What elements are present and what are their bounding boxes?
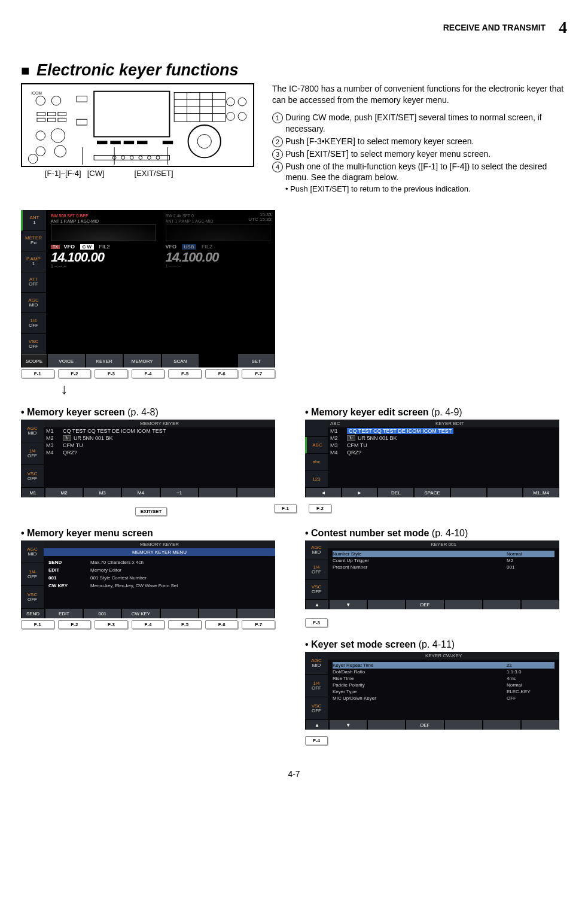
svg-point-23 — [121, 156, 125, 159]
page-header: RECEIVE AND TRANSMIT 4 — [21, 18, 567, 37]
page-title: ■ Electronic keyer functions — [21, 61, 567, 80]
soft-button: −1 — [161, 488, 198, 497]
soft-button: SEND — [22, 609, 44, 618]
svg-point-3 — [197, 135, 211, 148]
caption-menu: • Memory keyer menu screen — [21, 528, 281, 539]
fkey-label: F-7 — [242, 369, 275, 378]
side-button: VSCOFF — [305, 580, 328, 600]
page-number: 4-7 — [21, 769, 567, 779]
steps-list: 1During CW mode, push [EXIT/SET] several… — [272, 112, 567, 184]
soft-button — [483, 600, 520, 609]
svg-rect-28 — [97, 141, 107, 144]
side-button: VSCOFF — [21, 586, 44, 609]
soft-button: ▲ — [306, 720, 328, 730]
s-meter-right — [166, 224, 271, 241]
freq-sub: 14.100.00 — [166, 250, 271, 265]
side-button: 1/4OFF — [305, 675, 328, 697]
soft-button: M4 — [122, 488, 159, 497]
side-button: METERPo — [21, 231, 46, 251]
soft-button — [368, 720, 405, 730]
arrow-down-icon: ↓ — [0, 382, 191, 396]
tab-scope: SCOPE — [22, 354, 47, 368]
svg-point-2 — [188, 125, 221, 157]
soft-button — [488, 488, 523, 497]
section-title: RECEIVE AND TRANSMIT — [443, 23, 546, 32]
fkey-label: F-2 — [58, 620, 92, 629]
svg-point-24 — [130, 156, 133, 159]
side-button: 1/4OFF — [21, 442, 44, 465]
f2-chip: F-2 — [309, 504, 331, 513]
soft-button — [161, 609, 198, 618]
fkey-label: F-3 — [95, 369, 128, 378]
caption-keyerset: • Keyer set mode screen (p. 4-11) — [305, 639, 565, 650]
svg-rect-43 — [77, 119, 87, 125]
fkey-label: F-5 — [168, 369, 202, 378]
side-button: VSCOFF — [305, 697, 328, 720]
svg-rect-42 — [77, 96, 87, 102]
side-button: 1/4OFF — [21, 563, 44, 586]
svg-point-13 — [238, 113, 246, 121]
fkey-label: F-6 — [205, 620, 239, 629]
svg-point-5 — [51, 96, 61, 105]
side-button: 1/4OFF — [21, 313, 46, 333]
menu-screenshot: AGCMID1/4OFFVSCOFF MEMORY KEYER MEMORY K… — [21, 540, 275, 618]
title-text: Electronic keyer functions — [36, 61, 239, 79]
svg-rect-29 — [110, 141, 120, 144]
tab — [200, 354, 237, 368]
callout-f1f4: [F-1]–[F-4] — [45, 169, 81, 178]
title-bullet: ■ — [21, 62, 30, 78]
soft-button — [199, 488, 236, 497]
soft-button: ◄ — [306, 488, 341, 497]
keyer-edit-screenshot: ABCabc123 ABCKEYER EDIT M1CQ TEST CQ TES… — [305, 420, 559, 497]
svg-point-44 — [28, 154, 38, 164]
svg-rect-36 — [37, 113, 45, 116]
soft-button: DEF — [406, 600, 443, 609]
svg-text:ICOM: ICOM — [31, 91, 42, 95]
side-button: VSCOFF — [21, 465, 44, 488]
svg-rect-39 — [37, 118, 45, 122]
fkey-label: F-3 — [95, 620, 128, 629]
soft-button — [522, 720, 559, 730]
fkey-label: F-5 — [168, 620, 202, 629]
side-button: ATTOFF — [21, 272, 46, 293]
caption-contest: • Contest number set mode (p. 4-10) — [305, 528, 565, 539]
soft-button: CW KEY — [122, 609, 159, 618]
svg-point-26 — [148, 156, 151, 159]
side-button: AGCMID — [305, 540, 328, 560]
step-3: Push [EXIT/SET] to select memory keyer m… — [285, 148, 567, 160]
intro-text: The IC-7800 has a number of convenient f… — [272, 83, 567, 106]
tab: VOICE — [48, 354, 85, 368]
side-button: VSCOFF — [21, 334, 46, 354]
svg-point-9 — [36, 147, 45, 156]
step-2: Push [F-3•KEYER] to select memory keyer … — [285, 136, 567, 147]
fkey-label: F-1 — [21, 369, 54, 378]
soft-button — [445, 720, 482, 730]
svg-rect-32 — [163, 141, 173, 144]
side-button: 1/4OFF — [305, 560, 328, 580]
svg-point-12 — [227, 113, 235, 121]
s-meter-left — [51, 224, 156, 241]
soft-button — [451, 488, 486, 497]
fkey-label: F-2 — [58, 369, 92, 378]
svg-rect-31 — [137, 141, 147, 144]
svg-rect-1 — [94, 92, 169, 137]
callout-cw: [CW] — [87, 169, 105, 178]
side-button: AGCMID — [21, 420, 44, 442]
fkey-label: F-4 — [132, 369, 165, 378]
tab: KEYER — [86, 354, 123, 368]
callout-exitset: [EXIT/SET] — [135, 169, 173, 178]
svg-rect-41 — [58, 118, 66, 122]
soft-button — [522, 600, 559, 609]
svg-rect-38 — [58, 113, 66, 116]
svg-point-10 — [227, 98, 235, 106]
svg-point-6 — [36, 131, 45, 141]
fkey-label: F-7 — [242, 620, 275, 629]
soft-button: M3 — [84, 488, 121, 497]
svg-point-7 — [51, 129, 65, 142]
soft-button: M1..M4 — [523, 488, 559, 497]
soft-button: 001 — [84, 609, 121, 618]
radio-front-panel-diagram: ICOM — [21, 83, 254, 167]
soft-button: EDIT — [45, 609, 83, 618]
svg-point-27 — [156, 156, 160, 159]
soft-button — [237, 488, 275, 497]
